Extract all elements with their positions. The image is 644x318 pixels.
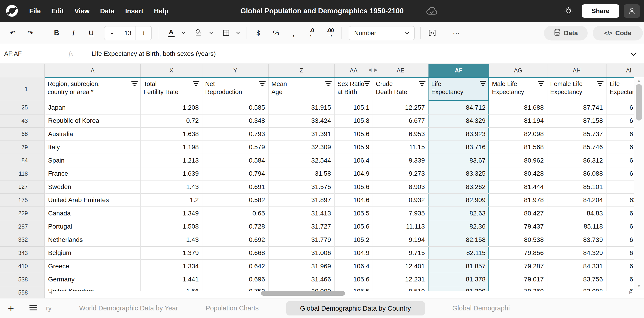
- cell-X84[interactable]: 1.213: [141, 154, 202, 168]
- cell-A68[interactable]: Australia: [45, 128, 141, 141]
- cell-Y343[interactable]: 0.668: [202, 247, 269, 260]
- cell-AA25[interactable]: 105.1: [335, 101, 373, 114]
- filter-icon[interactable]: [193, 80, 200, 86]
- cell-AF538[interactable]: 81.378: [428, 273, 489, 286]
- fill-color-chevron-icon[interactable]: [208, 22, 214, 44]
- cell-Z287[interactable]: 31.727: [269, 220, 335, 234]
- cell-AH410[interactable]: 84.331: [548, 260, 606, 273]
- cell-Z410[interactable]: 31.969: [269, 260, 335, 273]
- cell-AF229[interactable]: 82.63: [428, 207, 489, 220]
- cell-Z127[interactable]: 31.575: [269, 180, 335, 194]
- cell-Y43[interactable]: 0.348: [202, 114, 269, 128]
- cell-X343[interactable]: 1.379: [141, 247, 202, 260]
- hscroll-left-arrow-icon[interactable]: ◀: [49, 290, 52, 294]
- sheet-tab-1[interactable]: ry: [46, 304, 52, 312]
- cell-Z175[interactable]: 31.897: [269, 194, 335, 207]
- cell-Z84[interactable]: 32.544: [269, 154, 335, 168]
- cell-X127[interactable]: 1.43: [141, 180, 202, 194]
- lightbulb-icon[interactable]: [564, 6, 573, 18]
- cell-A332[interactable]: Netherlands: [45, 234, 141, 247]
- cell-Z79[interactable]: 32.309: [269, 141, 335, 154]
- vertical-scrollbar-thumb[interactable]: [636, 84, 642, 120]
- cell-AG175[interactable]: 81.978: [489, 194, 548, 207]
- percent-format-button[interactable]: %: [270, 22, 282, 44]
- cell-X25[interactable]: 1.208: [141, 101, 202, 114]
- cell-A79[interactable]: Italy: [45, 141, 141, 154]
- cell-A43[interactable]: Republic of Korea: [45, 114, 141, 128]
- cell-X229[interactable]: 1.349: [141, 207, 202, 220]
- cell-AH229[interactable]: 84.83: [548, 207, 606, 220]
- column-header-AA[interactable]: AA◀: [335, 64, 373, 77]
- sheet-tab-2[interactable]: World Demographic Data by Year: [79, 304, 178, 312]
- cell-Y332[interactable]: 0.692: [202, 234, 269, 247]
- cell-AE538[interactable]: 12.231: [373, 273, 428, 286]
- cell-A175[interactable]: United Arab Emirates: [45, 194, 141, 207]
- cell-AG25[interactable]: 81.688: [489, 101, 548, 114]
- cell-AG229[interactable]: 80.427: [489, 207, 548, 220]
- cell-Y25[interactable]: 0.585: [202, 101, 269, 114]
- cell-AH287[interactable]: 85.118: [548, 220, 606, 234]
- cell-AF25[interactable]: 84.712: [428, 101, 489, 114]
- cell-AG68[interactable]: 82.098: [489, 128, 548, 141]
- cell-Z538[interactable]: 31.466: [269, 273, 335, 286]
- cell-X332[interactable]: 1.43: [141, 234, 202, 247]
- vscroll-up-arrow-icon[interactable]: ▲: [634, 79, 644, 83]
- cell-AE43[interactable]: 6.677: [373, 114, 428, 128]
- hscroll-right-arrow-icon[interactable]: ▶: [629, 290, 632, 294]
- row-header-229[interactable]: 229: [0, 207, 45, 220]
- code-panel-button[interactable]: </> Code: [593, 26, 643, 40]
- header-cell-Z1[interactable]: Mean Age: [269, 77, 335, 101]
- formula-bar-expand-chevron-icon[interactable]: [630, 52, 637, 57]
- column-header-Y[interactable]: Y: [202, 64, 269, 77]
- cell-Z332[interactable]: 31.779: [269, 234, 335, 247]
- add-sheet-button[interactable]: +: [8, 298, 14, 318]
- cell-A84[interactable]: Spain: [45, 154, 141, 168]
- menu-edit[interactable]: Edit: [46, 7, 69, 15]
- sheet-tab-4-active[interactable]: Global Demographic Data by Country: [286, 301, 425, 316]
- header-cell-AH1[interactable]: Female Life Expectancy: [548, 77, 606, 101]
- cell-Y118[interactable]: 0.794: [202, 168, 269, 181]
- row-header-1[interactable]: 1: [0, 77, 45, 101]
- column-header-X[interactable]: X: [141, 64, 202, 77]
- filter-icon[interactable]: [259, 80, 266, 86]
- cell-AA127[interactable]: 105.6: [335, 180, 373, 194]
- cell-AE175[interactable]: 0.932: [373, 194, 428, 207]
- header-cell-AA1[interactable]: Sex Ratio at Birth: [335, 77, 373, 101]
- header-cell-A1[interactable]: Region, subregion, country or area *: [45, 77, 141, 101]
- cell-AE343[interactable]: 9.715: [373, 247, 428, 260]
- horizontal-scrollbar-thumb[interactable]: [261, 291, 345, 296]
- cell-AE25[interactable]: 12.257: [373, 101, 428, 114]
- name-box[interactable]: AF:AF: [4, 44, 22, 64]
- font-size-increase-button[interactable]: +: [136, 26, 151, 40]
- sheet-list-menu-icon[interactable]: [30, 305, 37, 310]
- cell-AF79[interactable]: 83.716: [428, 141, 489, 154]
- column-header-AI[interactable]: AI: [606, 64, 644, 77]
- cell-X410[interactable]: 1.334: [141, 260, 202, 273]
- menu-data[interactable]: Data: [95, 7, 120, 15]
- cell-AF84[interactable]: 83.67: [428, 154, 489, 168]
- italic-button[interactable]: I: [67, 22, 80, 44]
- cell-AG343[interactable]: 79.856: [489, 247, 548, 260]
- cell-AE84[interactable]: 9.339: [373, 154, 428, 168]
- cell-AF68[interactable]: 83.923: [428, 128, 489, 141]
- vertical-scrollbar[interactable]: ▲ ▼: [634, 77, 644, 290]
- row-header-68[interactable]: 68: [0, 128, 45, 141]
- cell-AA538[interactable]: 105.6: [335, 273, 373, 286]
- cell-Z343[interactable]: 31.006: [269, 247, 335, 260]
- cell-A538[interactable]: Germany: [45, 273, 141, 286]
- cell-AA79[interactable]: 105.9: [335, 141, 373, 154]
- cell-AA343[interactable]: 104.9: [335, 247, 373, 260]
- header-cell-X1[interactable]: Total Fertility Rate: [141, 77, 202, 101]
- cell-Z118[interactable]: 31.58: [269, 168, 335, 181]
- cell-AE68[interactable]: 6.953: [373, 128, 428, 141]
- cell-AA68[interactable]: 105.6: [335, 128, 373, 141]
- rows-logo-icon[interactable]: [6, 5, 18, 18]
- row-header-79[interactable]: 79: [0, 141, 45, 154]
- account-button[interactable]: [624, 4, 640, 18]
- row-header-558[interactable]: 558: [0, 286, 45, 298]
- document-title[interactable]: Global Population and Demographics 1950-…: [240, 0, 404, 22]
- cell-AE79[interactable]: 11.15: [373, 141, 428, 154]
- row-header-538[interactable]: 538: [0, 273, 45, 286]
- cell-A127[interactable]: Sweden: [45, 180, 141, 194]
- cell-AA229[interactable]: 105.5: [335, 207, 373, 220]
